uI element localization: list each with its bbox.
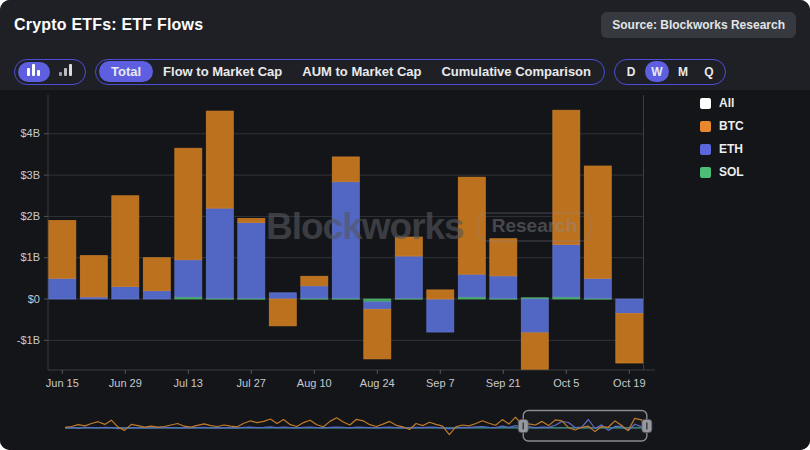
page-title: Crypto ETFs: ETF Flows (14, 16, 203, 34)
svg-text:-$1B: -$1B (17, 334, 40, 346)
bar-segment-btc-oct-12[interactable] (584, 166, 611, 278)
legend-item-sol[interactable]: SOL (700, 165, 744, 179)
svg-text:Jul 13: Jul 13 (174, 377, 203, 389)
bar-segment-btc-sep-21[interactable] (490, 239, 517, 276)
bar-segment-btc-jul-27[interactable] (238, 218, 265, 222)
view-tabs: TotalFlow to Market CapAUM to Market Cap… (95, 59, 605, 85)
view-tab-total[interactable]: Total (99, 61, 153, 82)
interval-button-w[interactable]: W (645, 61, 669, 82)
bar-segment-eth-aug-17[interactable] (332, 182, 359, 298)
bar-segment-btc-jun-29[interactable] (112, 196, 139, 287)
bar-segment-eth-oct-5[interactable] (553, 244, 580, 296)
bar-segment-btc-aug-31[interactable] (395, 237, 422, 256)
svg-text:Oct 19: Oct 19 (613, 377, 645, 389)
svg-text:$2B: $2B (20, 210, 40, 222)
toolbar: TotalFlow to Market CapAUM to Market Cap… (14, 58, 726, 85)
bar-segment-eth-sep-28[interactable] (521, 299, 548, 333)
flows-bar-chart[interactable]: $4B$3B$2B$1B$0-$1BJun 15Jun 29Jul 13Jul … (0, 90, 690, 395)
interval-toggle: DWMQ (614, 59, 726, 85)
bar-segment-sol-aug-24[interactable] (364, 299, 391, 302)
bar-segment-btc-aug-10[interactable] (301, 276, 328, 285)
bar-segment-btc-jun-22[interactable] (80, 256, 107, 297)
gridlines: $4B$3B$2B$1B$0-$1B (17, 127, 644, 345)
bar-segment-eth-jul-13[interactable] (175, 260, 202, 297)
view-tab-cumulative-comparison[interactable]: Cumulative Comparison (431, 62, 601, 81)
legend-item-eth[interactable]: ETH (700, 142, 744, 156)
legend-label: All (719, 96, 734, 110)
chart-zone: $4B$3B$2B$1B$0-$1BJun 15Jun 29Jul 13Jul … (0, 90, 810, 450)
interval-button-d[interactable]: D (619, 61, 643, 82)
bar-segment-btc-aug-24[interactable] (364, 309, 391, 359)
view-tab-aum-to-market-cap[interactable]: AUM to Market Cap (292, 62, 431, 81)
bar-segment-btc-sep-7[interactable] (427, 290, 454, 299)
chart-type-grouped-button[interactable] (50, 62, 82, 82)
bar-segment-btc-jun-15[interactable] (49, 221, 76, 279)
svg-text:Aug 10: Aug 10 (297, 377, 332, 389)
svg-text:$0: $0 (28, 293, 40, 305)
bar-segment-eth-jul-20[interactable] (206, 208, 233, 298)
svg-text:$3B: $3B (20, 169, 40, 181)
svg-text:Sep 7: Sep 7 (426, 377, 455, 389)
interval-button-q[interactable]: Q (697, 61, 721, 82)
bar-segment-btc-oct-5[interactable] (553, 110, 580, 244)
navigator-selection-window[interactable] (523, 411, 647, 442)
stacked-bar-chart-icon (26, 63, 42, 81)
svg-text:Jun 15: Jun 15 (46, 377, 79, 389)
bar-segment-eth-aug-3[interactable] (269, 293, 296, 299)
bar-segment-btc-jul-20[interactable] (206, 111, 233, 208)
source-badge: Source: Blockworks Research (601, 12, 796, 38)
bar-segment-eth-aug-10[interactable] (301, 286, 328, 298)
legend-swatch-all (700, 98, 711, 109)
svg-text:Oct 5: Oct 5 (553, 377, 579, 389)
svg-text:$1B: $1B (20, 251, 40, 263)
legend-label: BTC (719, 119, 744, 133)
navigator-right-handle[interactable] (642, 420, 652, 433)
bar-segment-eth-oct-19[interactable] (616, 299, 643, 313)
bars (49, 110, 643, 369)
legend-swatch-btc (700, 121, 711, 132)
legend-swatch-sol (700, 167, 711, 178)
legend-swatch-eth (700, 144, 711, 155)
bar-segment-eth-jul-6[interactable] (143, 291, 170, 299)
legend-label: ETH (719, 142, 743, 156)
bar-segment-btc-sep-14[interactable] (458, 177, 485, 274)
bar-segment-eth-sep-7[interactable] (427, 299, 454, 332)
header: Crypto ETFs: ETF Flows Source: Blockwork… (0, 0, 810, 50)
bar-segment-btc-sep-28[interactable] (521, 333, 548, 369)
bar-segment-eth-jun-15[interactable] (49, 278, 76, 299)
bar-segment-btc-aug-3[interactable] (269, 299, 296, 326)
legend-item-all[interactable]: All (700, 96, 744, 110)
bar-segment-eth-aug-31[interactable] (395, 256, 422, 298)
chart-type-toggle (14, 59, 86, 85)
navigator-left-handle[interactable] (518, 420, 528, 433)
bar-segment-btc-jul-6[interactable] (143, 258, 170, 291)
ascending-bar-chart-icon (58, 63, 74, 81)
view-tab-flow-to-market-cap[interactable]: Flow to Market Cap (153, 62, 292, 81)
bar-segment-btc-aug-17[interactable] (332, 157, 359, 182)
interval-button-m[interactable]: M (671, 61, 695, 82)
bar-segment-btc-jul-13[interactable] (175, 148, 202, 260)
svg-text:Sep 21: Sep 21 (486, 377, 521, 389)
chart-type-stacked-button[interactable] (18, 62, 50, 82)
bar-segment-eth-sep-14[interactable] (458, 274, 485, 297)
svg-text:Aug 24: Aug 24 (360, 377, 395, 389)
svg-text:Jun 29: Jun 29 (109, 377, 142, 389)
range-navigator[interactable] (0, 395, 690, 450)
svg-text:Jul 27: Jul 27 (237, 377, 266, 389)
bar-segment-eth-aug-24[interactable] (364, 302, 391, 309)
bar-segment-eth-oct-12[interactable] (584, 278, 611, 298)
bar-segment-eth-jul-27[interactable] (238, 223, 265, 299)
legend: AllBTCETHSOL (700, 96, 744, 179)
crypto-etf-flows-card: Crypto ETFs: ETF Flows Source: Blockwork… (0, 0, 810, 450)
bar-segment-eth-sep-21[interactable] (490, 276, 517, 298)
svg-text:$4B: $4B (20, 127, 40, 139)
bar-segment-eth-jun-29[interactable] (112, 287, 139, 299)
legend-label: SOL (719, 165, 744, 179)
legend-item-btc[interactable]: BTC (700, 119, 744, 133)
bar-segment-btc-oct-19[interactable] (616, 313, 643, 363)
